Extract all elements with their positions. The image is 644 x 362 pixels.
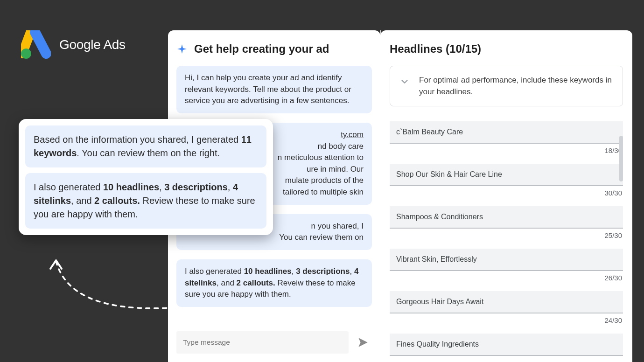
chat-title: Get help creating your ad: [194, 42, 329, 56]
headline-item: c`Balm Beauty Care 18/30: [390, 121, 623, 154]
char-count: 30/30: [390, 189, 623, 197]
char-count: 25/30: [390, 231, 623, 239]
send-icon: [357, 336, 369, 348]
headline-input[interactable]: Fines Quality Ingredients: [390, 334, 623, 356]
headline-item: Vibrant Skin, Effortlessly 26/30: [390, 249, 623, 282]
headline-input[interactable]: Gorgeous Hair Days Await: [390, 291, 623, 313]
headline-input[interactable]: Shampoos & Conditioners: [390, 206, 623, 229]
scrollbar-thumb[interactable]: [619, 136, 623, 181]
char-count: 18/30: [390, 146, 623, 154]
headline-item: Fines Quality Ingredients: [390, 334, 623, 356]
popout-bubble-keywords: Based on the information you shared, I g…: [25, 125, 266, 167]
headlines-body: For optimal ad performance, include thes…: [390, 66, 623, 362]
svg-point-0: [21, 49, 31, 59]
brand-logo: Google Ads: [21, 30, 126, 59]
keyword-hint-card[interactable]: For optimal ad performance, include thes…: [390, 66, 623, 106]
chat-bubble-generated: I also generated 10 headlines, 3 descrip…: [176, 259, 372, 307]
chat-header: Get help creating your ad: [176, 42, 372, 56]
headlines-panel: Headlines (10/15) For optimal ad perform…: [380, 30, 632, 362]
headline-input[interactable]: c`Balm Beauty Care: [390, 121, 623, 144]
popout-bubble-generated: I also generated 10 headlines, 3 descrip…: [25, 173, 266, 229]
headlines-title: Headlines (10/15): [390, 42, 623, 56]
headline-item: Shampoos & Conditioners 25/30: [390, 206, 623, 239]
callout-arrow: [42, 252, 173, 322]
site-link[interactable]: ty.com: [341, 130, 364, 139]
char-count: 24/30: [390, 316, 623, 324]
headline-item: Shop Our Skin & Hair Care Line 30/30: [390, 164, 623, 197]
chat-input-row: [176, 331, 372, 354]
popout-card: Based on the information you shared, I g…: [19, 119, 273, 235]
headline-item: Gorgeous Hair Days Await 24/30: [390, 291, 623, 324]
send-button[interactable]: [354, 334, 372, 351]
headline-input[interactable]: Vibrant Skin, Effortlessly: [390, 249, 623, 271]
char-count: 26/30: [390, 274, 623, 282]
hint-text: For optimal ad performance, include thes…: [419, 75, 613, 97]
chevron-down-icon: [399, 77, 410, 87]
chat-bubble-intro: Hi, I can help you create your ad and id…: [176, 66, 372, 113]
message-input[interactable]: [176, 331, 349, 354]
sparkle-icon: [176, 43, 188, 55]
headline-input[interactable]: Shop Our Skin & Hair Care Line: [390, 164, 623, 186]
google-ads-icon: [21, 30, 51, 59]
brand-name: Google Ads: [59, 37, 126, 52]
